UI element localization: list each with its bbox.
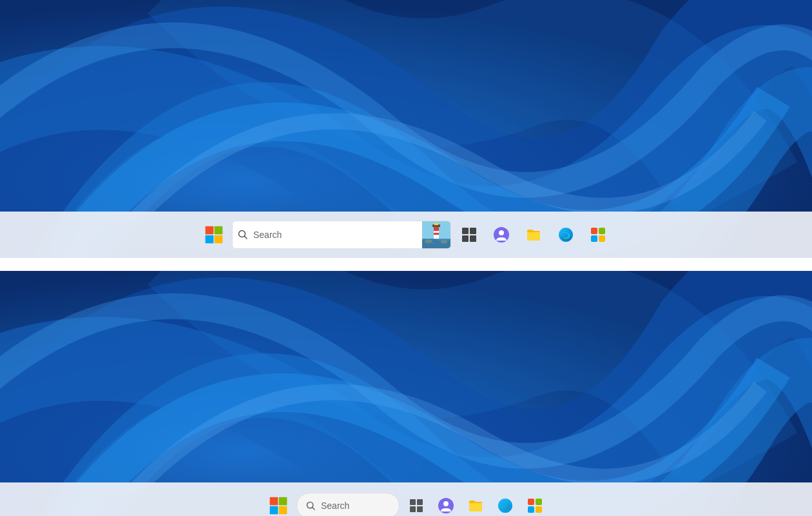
search-placeholder-top: Search [253, 230, 422, 240]
search-bar-bottom[interactable]: Search [296, 493, 400, 516]
file-explorer-button-top[interactable] [519, 221, 548, 249]
svg-rect-36 [536, 506, 542, 513]
store-button-bottom[interactable] [522, 493, 548, 516]
svg-rect-27 [279, 506, 287, 515]
top-screen-section: Search [0, 0, 812, 258]
svg-rect-19 [591, 228, 597, 234]
search-icon-bottom [306, 501, 316, 511]
svg-point-32 [498, 499, 512, 513]
svg-rect-2 [215, 226, 223, 235]
store-button-top[interactable] [584, 221, 612, 249]
edge-button-bottom[interactable] [492, 493, 518, 516]
svg-rect-24 [270, 497, 278, 506]
svg-rect-34 [536, 499, 542, 505]
svg-rect-33 [528, 499, 534, 505]
svg-rect-1 [206, 226, 214, 235]
svg-rect-35 [528, 506, 534, 513]
search-thumbnail-top [422, 221, 450, 249]
bottom-taskbar: Search [0, 482, 812, 516]
section-divider [0, 258, 812, 271]
task-view-icon-bottom [410, 499, 423, 512]
svg-rect-13 [434, 233, 439, 235]
task-view-button-bottom[interactable] [403, 493, 429, 516]
svg-rect-20 [599, 228, 605, 234]
svg-point-17 [499, 230, 504, 235]
svg-rect-21 [591, 235, 597, 242]
svg-point-30 [443, 501, 449, 506]
teams-button-top[interactable] [487, 221, 516, 249]
bottom-screen-section: Search [0, 271, 812, 516]
task-view-icon-top [462, 228, 476, 242]
svg-rect-12 [434, 229, 439, 231]
svg-rect-22 [599, 235, 605, 242]
teams-button-bottom[interactable] [433, 493, 459, 516]
task-view-button-top[interactable] [455, 221, 483, 249]
svg-point-15 [441, 241, 447, 244]
search-bar-top[interactable]: Search [232, 221, 451, 249]
wallpaper-bottom [0, 271, 812, 516]
windows-start-button-bottom[interactable] [264, 491, 293, 516]
svg-point-14 [425, 239, 432, 243]
svg-rect-26 [270, 506, 278, 515]
edge-button-top[interactable] [552, 221, 580, 249]
search-placeholder-bottom: Search [321, 501, 349, 511]
search-icon-top [238, 230, 248, 240]
svg-rect-4 [215, 235, 223, 244]
svg-rect-3 [206, 235, 214, 244]
svg-rect-25 [279, 497, 287, 506]
svg-rect-11 [434, 223, 438, 225]
windows-start-button-top[interactable] [200, 221, 228, 249]
top-taskbar: Search [0, 212, 812, 258]
file-explorer-button-bottom[interactable] [463, 493, 488, 516]
